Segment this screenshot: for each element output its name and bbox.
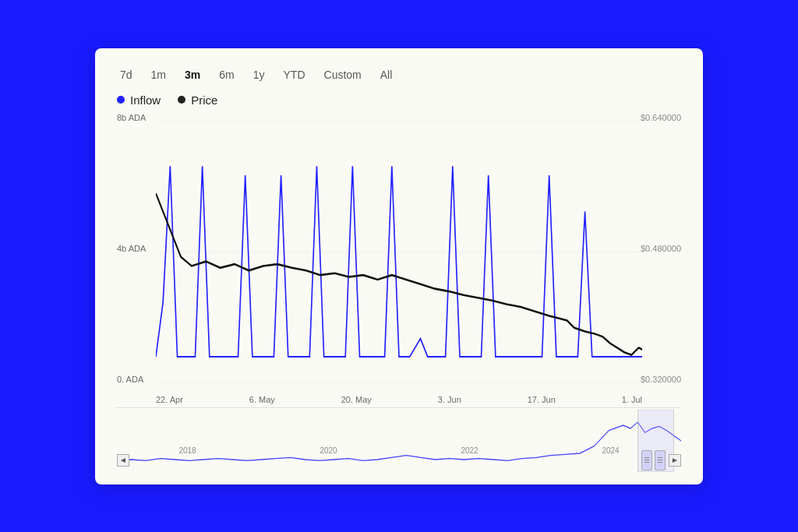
legend-inflow: Inflow: [117, 93, 161, 107]
handle-line: [644, 460, 649, 460]
handle-lines: [644, 457, 649, 463]
x-label-0: 22. Apr: [156, 395, 183, 404]
y-left-top: 8b ADA: [117, 113, 146, 122]
y-left-bottom: 0. ADA: [117, 375, 146, 384]
y-right-mid: $0.480000: [641, 244, 681, 253]
filter-1m[interactable]: 1m: [148, 67, 169, 83]
mini-chart: 2018 2020 2022 2024 ◄: [117, 410, 681, 472]
handle-lines: [658, 457, 662, 463]
handle-line: [658, 462, 662, 463]
nav-left-arrow[interactable]: ◄: [117, 454, 129, 467]
filter-custom[interactable]: Custom: [321, 67, 365, 83]
y-right-top: $0.640000: [641, 113, 681, 122]
handle-line: [658, 457, 662, 458]
price-dot: [178, 96, 185, 104]
y-axis-right: $0.640000 $0.480000 $0.320000: [641, 113, 681, 384]
x-label-5: 1. Jul: [622, 395, 642, 404]
filter-7d[interactable]: 7d: [117, 67, 136, 83]
y-left-mid: 4b ADA: [117, 244, 146, 253]
handle-line: [658, 460, 662, 460]
mini-handle-right[interactable]: [655, 450, 666, 470]
filter-1y[interactable]: 1y: [250, 67, 268, 83]
mini-nav: ◄: [117, 450, 681, 470]
handle-line: [644, 457, 649, 458]
filter-all[interactable]: All: [377, 67, 396, 83]
main-chart-svg: [156, 121, 642, 384]
chart-area: 8b ADA 4b ADA 0. ADA $0.640000 $0.480000…: [117, 113, 681, 472]
main-chart: 8b ADA 4b ADA 0. ADA $0.640000 $0.480000…: [117, 113, 681, 408]
y-right-bottom: $0.320000: [641, 375, 681, 384]
inflow-dot: [117, 96, 125, 104]
inflow-label: Inflow: [130, 93, 161, 107]
legend-price: Price: [178, 93, 217, 107]
x-label-3: 3. Jun: [438, 395, 461, 404]
filter-6m[interactable]: 6m: [216, 67, 237, 83]
filter-3m[interactable]: 3m: [182, 67, 203, 83]
x-label-2: 20. May: [341, 395, 372, 404]
price-label: Price: [191, 93, 217, 107]
chart-legend: Inflow Price: [117, 93, 681, 107]
x-axis-labels: 22. Apr 6. May 20. May 3. Jun 17. Jun 1.…: [156, 395, 642, 404]
x-label-1: 6. May: [249, 395, 275, 404]
time-filter-bar: 7d 1m 3m 6m 1y YTD Custom All: [117, 67, 681, 83]
handle-line: [644, 462, 649, 463]
y-axis-left: 8b ADA 4b ADA 0. ADA: [117, 113, 146, 384]
mini-handle-left[interactable]: [641, 450, 652, 470]
filter-ytd[interactable]: YTD: [281, 67, 309, 83]
x-label-4: 17. Jun: [528, 395, 556, 404]
main-card: 7d 1m 3m 6m 1y YTD Custom All Inflow Pri…: [95, 48, 703, 484]
nav-right-arrow[interactable]: ►: [669, 454, 681, 467]
